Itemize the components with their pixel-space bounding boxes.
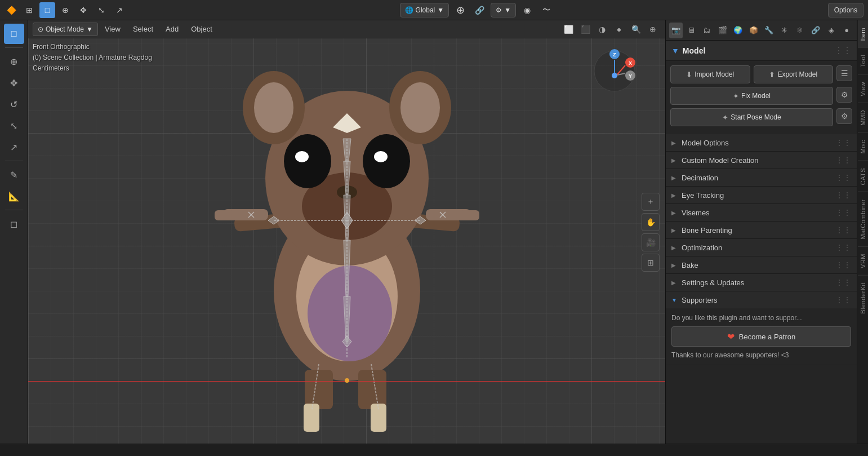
optimization-header[interactable]: ▶ Optimization ⋮⋮ xyxy=(666,239,857,256)
optimization-dots: ⋮⋮ xyxy=(835,243,851,252)
export-model-button[interactable]: ⬆ Export Model xyxy=(754,65,834,83)
settings-updates-section: ▶ Settings & Updates ⋮⋮ xyxy=(666,274,857,291)
import-model-button[interactable]: ⬇ Import Model xyxy=(670,65,750,83)
fix-icon: ✦ xyxy=(733,92,739,100)
side-tab-vrm[interactable]: VRM xyxy=(858,246,868,275)
zoom-in-btn[interactable]: ＋ xyxy=(642,193,660,211)
shading-btn[interactable]: 〜 xyxy=(538,2,554,18)
move-tool[interactable]: ✥ xyxy=(4,73,24,93)
model-options-section: ▶ Model Options ⋮⋮ xyxy=(666,134,857,152)
visemes-header[interactable]: ▶ Visemes ⋮⋮ xyxy=(666,204,857,221)
transform-orientation-dropdown[interactable]: 🌐 Global ▼ xyxy=(400,3,449,17)
move-topbar-btn[interactable]: ✥ xyxy=(75,2,91,18)
side-tab-tool[interactable]: Tool xyxy=(858,47,868,74)
material-shading-btn[interactable]: ◑ xyxy=(594,21,610,37)
side-tab-view[interactable]: View xyxy=(858,74,868,103)
constraints-btn[interactable]: 🔗 xyxy=(809,23,822,38)
overlay-btn[interactable]: ◉ xyxy=(519,2,535,18)
measure-tool[interactable]: 📐 xyxy=(4,186,24,206)
solid-shading-btn[interactable]: ⬛ xyxy=(577,21,593,37)
add-menu[interactable]: Add xyxy=(160,23,184,36)
physics-btn[interactable]: ⚛ xyxy=(794,23,807,38)
grid-btn[interactable]: ⊞ xyxy=(642,254,660,272)
particles-btn[interactable]: ✳ xyxy=(778,23,791,38)
gizmo[interactable]: Z Y X xyxy=(592,48,637,94)
grab-btn[interactable]: ✋ xyxy=(642,213,660,231)
scene-properties-btn[interactable]: 🎬 xyxy=(716,23,729,38)
add-cube-tool[interactable]: ◻ xyxy=(4,214,24,234)
object-properties-btn[interactable]: 📦 xyxy=(747,23,760,38)
svg-point-52 xyxy=(612,73,617,78)
world-btn[interactable]: 🌍 xyxy=(731,23,745,38)
select-box-tool[interactable]: □ xyxy=(4,24,24,44)
modifier-btn[interactable]: 🔧 xyxy=(762,23,776,38)
viewport-overlay-btn[interactable]: ⊕ xyxy=(645,21,661,37)
model-options-header[interactable]: ▶ Model Options ⋮⋮ xyxy=(666,134,857,151)
select-box-topbar-btn[interactable]: □ xyxy=(39,2,55,18)
pose-mode-row: ✦ Start Pose Mode ⚙ xyxy=(670,108,852,126)
viewport[interactable]: ⊙ Object Mode ▼ View Select Add Object ⬜… xyxy=(28,20,665,444)
blender-logo-btn[interactable]: 🔶 xyxy=(3,2,19,18)
bone-parenting-dots: ⋮⋮ xyxy=(835,225,851,234)
character-container xyxy=(206,48,488,432)
eye-tracking-header[interactable]: ▶ Eye Tracking ⋮⋮ xyxy=(666,187,857,203)
model-section-header[interactable]: ▼ Model ⋮⋮ xyxy=(666,41,857,61)
annotate-tool[interactable]: ✎ xyxy=(4,165,24,185)
mode-dropdown[interactable]: ⊙ Object Mode ▼ xyxy=(33,23,98,36)
svg-point-11 xyxy=(254,82,293,133)
camera-btn[interactable]: 🎥 xyxy=(642,233,660,251)
search-btn[interactable]: 🔍 xyxy=(628,21,644,37)
fix-model-button[interactable]: ✦ Fix Model xyxy=(670,87,833,105)
pose-settings-btn[interactable]: ⚙ xyxy=(836,108,852,124)
svg-text:Y: Y xyxy=(629,73,632,79)
editor-type-btn[interactable]: ⊞ xyxy=(21,2,37,18)
rendered-shading-btn[interactable]: ● xyxy=(611,21,627,37)
bake-header[interactable]: ▶ Bake ⋮⋮ xyxy=(666,256,857,273)
side-tab-matcombiner[interactable]: MatCombiner xyxy=(858,192,868,246)
side-tab-cats[interactable]: CATS xyxy=(858,161,868,192)
rotate-tool[interactable]: ↺ xyxy=(4,94,24,114)
custom-model-creation-header[interactable]: ▶ Custom Model Creation ⋮⋮ xyxy=(666,152,857,169)
import-icon: ⬇ xyxy=(686,70,692,79)
data-btn[interactable]: ◈ xyxy=(825,23,838,38)
cursor-topbar-btn[interactable]: ⊕ xyxy=(57,2,73,18)
transform-topbar-btn[interactable]: ↗ xyxy=(112,2,127,18)
side-tab-item[interactable]: Item xyxy=(858,20,868,47)
side-tab-mmd[interactable]: MMD xyxy=(858,103,868,132)
options-button[interactable]: Options xyxy=(828,3,863,17)
eye-tracking-arrow: ▶ xyxy=(671,192,678,198)
model-options-menu-btn[interactable]: ☰ xyxy=(836,65,852,81)
scale-tool[interactable]: ⤡ xyxy=(4,116,24,136)
snap-dropdown[interactable]: ⚙ ▼ xyxy=(491,3,516,17)
output-properties-btn[interactable]: 🖥 xyxy=(685,23,698,38)
tool-separator-1 xyxy=(5,47,23,48)
snap-btn[interactable]: 🔗 xyxy=(471,2,487,18)
model-section-dots: ⋮⋮ xyxy=(834,45,851,56)
start-pose-mode-button[interactable]: ✦ Start Pose Mode xyxy=(670,108,833,126)
bone-parenting-header[interactable]: ▶ Bone Parenting ⋮⋮ xyxy=(666,222,857,238)
object-menu[interactable]: Object xyxy=(185,23,218,36)
become-patron-button[interactable]: ❤ Become a Patron xyxy=(671,326,851,347)
scale-topbar-btn[interactable]: ⤡ xyxy=(94,2,109,18)
pivot-btn[interactable]: ⊕ xyxy=(452,2,468,18)
transform-tool[interactable]: ↗ xyxy=(4,137,24,157)
side-tab-blenderkit[interactable]: BlenderKit xyxy=(858,275,868,321)
cursor-tool[interactable]: ⊕ xyxy=(4,51,24,72)
model-options-arrow: ▶ xyxy=(671,140,678,146)
settings-updates-header[interactable]: ▶ Settings & Updates ⋮⋮ xyxy=(666,274,857,291)
supporters-header[interactable]: ▼ Supporters ⋮⋮ xyxy=(666,291,857,308)
fix-model-settings-btn[interactable]: ⚙ xyxy=(836,87,852,103)
material-btn[interactable]: ● xyxy=(840,23,853,38)
bake-section: ▶ Bake ⋮⋮ xyxy=(666,256,857,274)
bake-dots: ⋮⋮ xyxy=(835,260,851,269)
svg-point-16 xyxy=(295,151,309,162)
view-menu[interactable]: View xyxy=(99,23,126,36)
select-menu[interactable]: Select xyxy=(127,23,159,36)
origin-dot xyxy=(345,378,349,383)
view-layer-btn[interactable]: 🗂 xyxy=(700,23,714,38)
side-tab-misc[interactable]: Misc xyxy=(858,132,868,161)
render-properties-btn[interactable]: 📷 xyxy=(669,23,683,38)
decimation-header[interactable]: ▶ Decimation ⋮⋮ xyxy=(666,169,857,186)
wireframe-shading-btn[interactable]: ⬜ xyxy=(560,21,576,37)
visemes-dots: ⋮⋮ xyxy=(835,208,851,217)
